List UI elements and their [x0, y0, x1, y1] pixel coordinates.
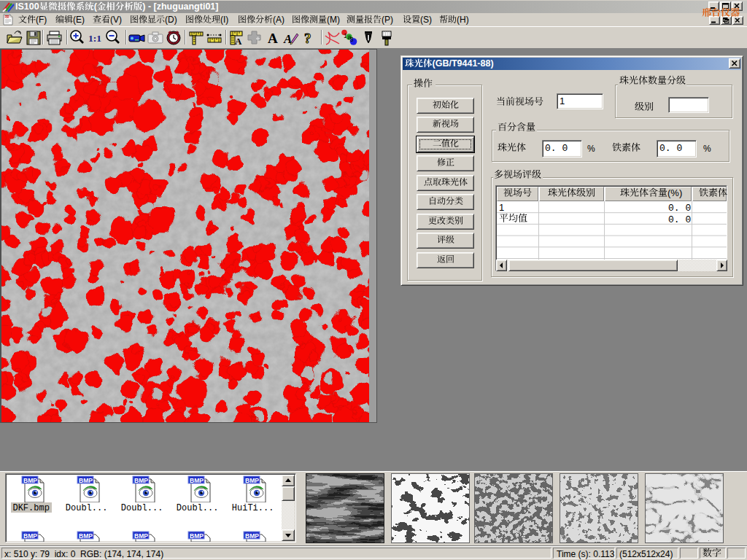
svg-text:BMP: BMP: [190, 532, 204, 540]
svg-text:BMP: BMP: [134, 477, 148, 484]
svg-text:BMP: BMP: [134, 532, 148, 540]
svg-text:BMP: BMP: [23, 532, 37, 540]
svg-text:BMP: BMP: [79, 477, 93, 484]
svg-text:BMP: BMP: [23, 477, 37, 484]
svg-text:BMP: BMP: [79, 532, 93, 540]
svg-text:BMP: BMP: [245, 477, 259, 484]
svg-text:BMP: BMP: [245, 532, 259, 540]
svg-text:BMP: BMP: [190, 477, 204, 484]
